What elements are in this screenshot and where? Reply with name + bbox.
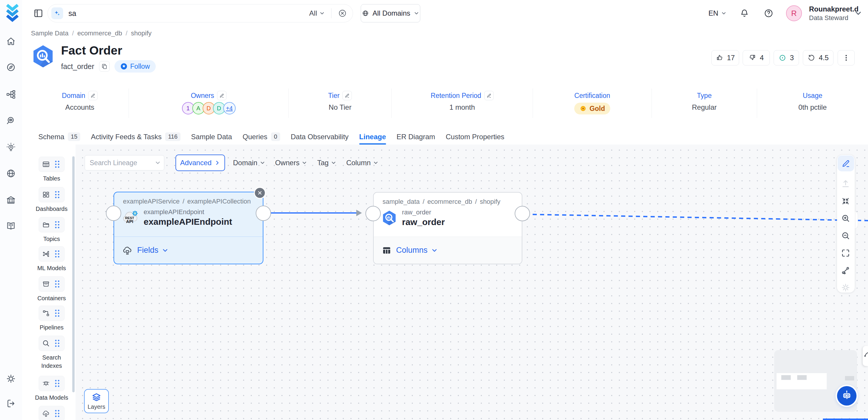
tab-sample-data[interactable]: Sample Data [191,129,232,145]
lineage-search-input[interactable] [85,155,164,171]
chatbot-button[interactable] [837,386,857,406]
domains-globe-icon[interactable] [6,169,16,178]
open-tasks-button[interactable]: 3 [774,50,799,65]
api-endpoint-icon [42,410,50,417]
clipped-edge-card[interactable] [863,346,868,366]
search-input[interactable] [68,9,309,18]
data-flow-icon[interactable] [6,89,16,99]
help-icon[interactable] [764,8,774,18]
lineage-node-exampleapiendpoint[interactable]: exampleAPIService/exampleAPICollection e… [114,192,264,264]
horizontal-scrollbar-thumb[interactable] [823,419,868,420]
copy-name-button[interactable] [99,61,110,72]
entity-panel-scrollbar[interactable] [72,156,74,392]
drag-card-containers[interactable] [39,276,65,292]
drag-card-ml-models[interactable] [39,246,65,262]
global-search-bar[interactable]: All [48,4,353,22]
data-model-icon [42,380,50,387]
user-avatar[interactable]: R [786,5,802,21]
tab-er-diagram[interactable]: ER Diagram [397,129,435,145]
node-title[interactable]: raw_order [402,217,445,227]
zoom-in-icon [841,214,850,223]
tab-custom-properties[interactable]: Custom Properties [446,129,504,145]
filter-owners[interactable]: Owners [275,159,307,167]
upvote-button[interactable]: 17 [711,50,739,65]
notifications-bell-icon[interactable] [739,8,749,18]
settings-gear-icon[interactable] [6,374,16,384]
filter-tag[interactable]: Tag [317,159,336,167]
edit-owners-button[interactable] [217,91,226,100]
insights-bulb-icon[interactable] [6,143,16,152]
tab-schema[interactable]: Schema15 [38,129,80,145]
node-breadcrumb: sample_data/ecommerce_db/shopify [374,192,522,206]
domain-value[interactable]: Accounts [65,103,94,112]
glossary-book-icon[interactable] [6,221,16,231]
chevron-down-icon [331,160,336,166]
lineage-node-raw-order[interactable]: sample_data/ecommerce_db/shopify raw_ord… [373,192,522,264]
tab-activity-feeds[interactable]: Activity Feeds & Tasks116 [91,129,181,145]
lineage-toolbar [837,155,855,293]
bigquery-table-icon [31,44,55,68]
lineage-settings-button[interactable] [841,283,851,293]
fit-view-button[interactable] [841,197,851,206]
task-status-icon [779,54,786,62]
language-selector[interactable]: EN [708,0,726,27]
edit-domain-button[interactable] [88,91,98,100]
edge-style-button[interactable] [841,266,851,275]
filter-domain[interactable]: Domain [233,159,265,167]
explore-compass-icon[interactable] [6,62,16,72]
node-handle-left[interactable] [365,206,381,221]
breadcrumb-service[interactable]: Sample Data [31,30,68,37]
more-actions-button[interactable] [838,50,855,65]
home-icon[interactable] [6,36,16,46]
app-logo[interactable] [6,3,19,22]
advanced-filter-button[interactable]: Advanced [176,154,225,171]
node-title[interactable]: exampleAPIEndpoint [144,217,232,227]
node-handle-right[interactable] [515,206,530,221]
drag-card-search-indexes[interactable] [39,336,65,351]
follow-button[interactable]: Follow [115,60,156,72]
layers-button[interactable]: Layers [84,389,109,413]
downvote-button[interactable]: 4 [743,50,770,65]
tab-lineage[interactable]: Lineage [359,129,386,145]
node-handle-right[interactable] [256,206,271,221]
expand-fields-link[interactable]: Fields [137,246,168,255]
clear-search-icon[interactable] [338,9,347,18]
chevron-down-icon [373,160,378,166]
export-lineage-button[interactable] [841,179,851,189]
zoom-in-button[interactable] [841,214,851,223]
node-handle-left[interactable] [106,206,121,221]
drag-card-dashboards[interactable] [39,187,65,202]
filter-column[interactable]: Column [346,159,378,167]
search-scope-dropdown[interactable]: All [309,9,325,18]
drag-card-topics[interactable] [39,217,65,233]
drag-handle-icon [53,250,61,258]
remove-node-button[interactable] [254,187,266,199]
more-owners-avatar[interactable]: +4 [223,102,236,115]
drag-card-pipelines[interactable] [39,305,65,321]
zoom-out-button[interactable] [841,231,851,241]
drag-card-data-models[interactable] [39,376,65,391]
minimap-node [845,376,854,381]
breadcrumb-database[interactable]: ecommerce_db [77,30,122,37]
drag-card-api-endpoints[interactable] [39,406,65,420]
tab-data-observability[interactable]: Data Observability [291,129,349,145]
topic-icon [42,221,50,229]
left-nav-rail [0,0,22,420]
version-button[interactable]: 4.5 [803,50,834,65]
tab-queries[interactable]: Queries0 [243,129,280,145]
expand-columns-link[interactable]: Columns [396,246,438,255]
drag-card-tables[interactable] [39,157,65,172]
edit-tier-button[interactable] [342,91,352,100]
fullscreen-button[interactable] [841,248,851,258]
governance-bank-icon[interactable] [6,195,16,205]
logout-icon[interactable] [6,398,16,409]
layers-icon [91,392,101,402]
lineage-canvas[interactable]: Tables Dashboards Topics ML Models Conta… [22,145,868,420]
breadcrumb-schema[interactable]: shopify [131,30,152,37]
user-menu-chevron-icon[interactable] [855,9,862,20]
all-domains-button[interactable]: All Domains [361,4,420,22]
edit-retention-button[interactable] [484,91,494,100]
observability-icon[interactable] [6,116,16,126]
edit-lineage-button[interactable] [838,155,854,171]
sidebar-toggle-icon[interactable] [33,8,43,18]
